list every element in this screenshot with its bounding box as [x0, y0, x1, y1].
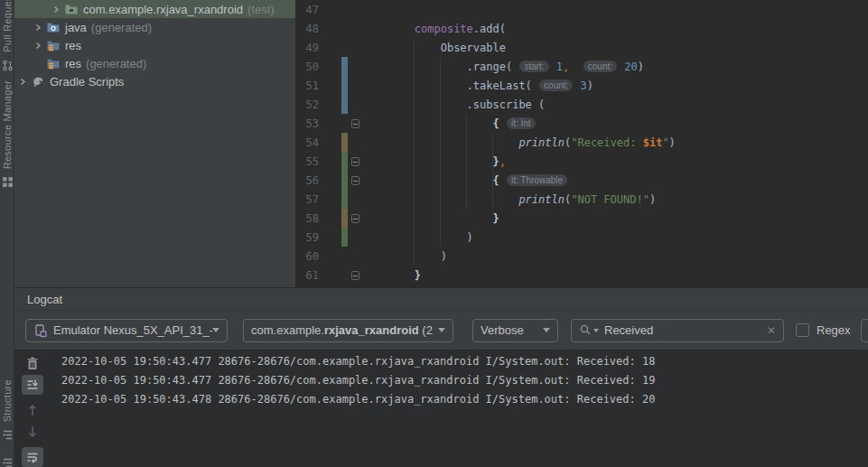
code-line-49[interactable]: 49 Observable — [295, 38, 868, 57]
search-icon — [579, 323, 592, 338]
log-line[interactable]: 2022-10-05 19:50:43.477 28676-28676/com.… — [61, 371, 655, 390]
scroll-to-end-button[interactable] — [22, 375, 43, 395]
tree-row-com-example-rxjava-rxandroid[interactable]: com.example.rxjava_rxandroid(test) — [14, 0, 295, 18]
fold-marker-icon[interactable] — [348, 214, 362, 223]
device-selector[interactable]: Emulator Nexus_5X_API_31_-. — [25, 319, 228, 342]
tool-stripe-button-pull-requests[interactable]: Pull Requests — [2, 0, 13, 52]
fold-marker-icon[interactable] — [348, 157, 362, 166]
inline-parameter-hint: count: — [539, 79, 573, 91]
code-line-47[interactable]: 47 — [295, 0, 868, 19]
code-line-56[interactable]: 56 { it: Throwable — [295, 171, 868, 190]
tree-item-label: com.example.rxjava_rxandroid — [83, 3, 243, 16]
device-icon — [33, 323, 48, 338]
code-text: println("NOT FOUND!") — [362, 193, 656, 206]
code-line-48[interactable]: 48 composite.add( — [295, 19, 868, 38]
logcat-toolbar: Emulator Nexus_5X_API_31_-. com.example.… — [14, 311, 868, 350]
code-line-53[interactable]: 53 { it: Int — [295, 114, 868, 133]
tree-row-res[interactable]: res — [14, 36, 295, 54]
line-number: 59 — [295, 231, 319, 244]
tree-row-gradle-scripts[interactable]: Gradle Scripts — [14, 72, 295, 90]
line-number: 49 — [295, 42, 319, 54]
line-number: 50 — [295, 61, 319, 73]
regex-checkbox[interactable] — [796, 323, 809, 337]
search-history-chevron-icon[interactable] — [593, 329, 599, 332]
left-tool-stripe: Pull RequestsResource ManagerStructure — [0, 0, 14, 467]
code-text: println("Received: $it") — [362, 136, 676, 149]
fold-marker-icon[interactable] — [348, 176, 362, 185]
line-number: 51 — [295, 79, 319, 92]
folder-test — [64, 2, 79, 16]
inline-parameter-hint: start: — [519, 61, 548, 72]
chevron-right-icon[interactable] — [32, 21, 44, 33]
chevron-right-icon[interactable] — [32, 39, 44, 51]
cutoff-toolbar-box[interactable] — [861, 319, 868, 342]
code-line-55[interactable]: 55 }, — [295, 152, 868, 171]
line-number: 60 — [295, 250, 319, 263]
code-line-52[interactable]: 52 .subscribe ( — [295, 95, 868, 114]
code-text: }, — [362, 155, 506, 168]
line-number: 47 — [295, 4, 319, 16]
chevron-right-icon[interactable] — [50, 3, 62, 15]
line-number: 56 — [295, 174, 319, 187]
gutter-change-bar-olive — [341, 209, 348, 228]
logcat-search-box[interactable]: ✕ — [571, 319, 784, 342]
chevron-down-icon — [212, 328, 219, 332]
chevron-right-icon[interactable] — [16, 75, 29, 88]
tree-indent-spacer — [32, 57, 44, 70]
package-prefix: com.example. — [251, 323, 324, 337]
tree-item-suffix: (generated) — [86, 57, 146, 70]
indent-guide — [466, 116, 467, 209]
line-number: 52 — [295, 98, 319, 111]
tree-row-res[interactable]: res(generated) — [14, 54, 295, 72]
indent-guide — [414, 40, 415, 266]
line-number: 55 — [295, 155, 319, 168]
package-selector[interactable]: com.example.rxjava_rxandroid (2 — [243, 319, 453, 342]
tool-stripe-partial-icon[interactable] — [2, 457, 14, 467]
tool-stripe-button-resource-manager[interactable]: Resource Manager — [2, 80, 13, 169]
fold-marker-icon[interactable] — [348, 119, 362, 128]
resource-manager-icon[interactable] — [2, 176, 14, 188]
line-number: 57 — [295, 193, 319, 206]
line-number: 54 — [295, 136, 319, 149]
code-line-60[interactable]: 60 ) — [295, 247, 868, 266]
pull-request-icon[interactable] — [2, 60, 14, 71]
code-line-58[interactable]: 58 } — [295, 209, 868, 228]
next-occurrence-button — [22, 422, 43, 442]
code-text: composite.add( — [362, 23, 506, 35]
log-line[interactable]: 2022-10-05 19:50:43.478 28676-28676/com.… — [61, 390, 655, 409]
gutter-change-bar-green — [341, 152, 348, 171]
fold-marker-icon[interactable] — [348, 271, 362, 280]
code-text: { it: Int — [362, 117, 537, 130]
structure-icon[interactable] — [2, 429, 14, 441]
code-line-59[interactable]: 59 ) — [295, 228, 868, 247]
android-studio-window: Pull RequestsResource ManagerStructure c… — [0, 0, 868, 467]
line-number: 53 — [295, 117, 319, 130]
close-icon[interactable]: ✕ — [767, 324, 776, 337]
gradle-icon — [31, 74, 45, 89]
soft-wrap-button[interactable] — [22, 447, 43, 467]
gutter-change-bar-empty — [341, 247, 348, 266]
code-editor[interactable]: 4748 composite.add(49 Observable50 .rang… — [295, 0, 868, 287]
clear-logcat-button[interactable] — [22, 353, 43, 373]
code-line-61[interactable]: 61 } — [295, 266, 868, 285]
gutter-change-bar-olive — [341, 133, 348, 152]
code-line-50[interactable]: 50 .range( start: 1, count: 20) — [295, 57, 868, 76]
line-number: 48 — [295, 23, 319, 35]
tree-row-java[interactable]: java(generated) — [14, 18, 295, 36]
log-line[interactable]: 2022-10-05 19:50:43.477 28676-28676/com.… — [61, 352, 655, 371]
logcat-log-lines: 2022-10-05 19:50:43.477 28676-28676/com.… — [51, 350, 655, 467]
code-text: } — [362, 212, 499, 225]
code-text: ) — [362, 250, 447, 263]
code-line-57[interactable]: 57 println("NOT FOUND!") — [295, 190, 868, 209]
search-input[interactable] — [604, 323, 763, 337]
gutter-change-bar-empty — [341, 38, 348, 57]
code-text: .takeLast( count: 3) — [362, 79, 593, 92]
gutter-change-bar-green — [341, 228, 348, 247]
gutter-change-bar-blue — [341, 57, 348, 76]
code-line-54[interactable]: 54 println("Received: $it") — [295, 133, 868, 152]
code-line-51[interactable]: 51 .takeLast( count: 3) — [295, 76, 868, 95]
tree-item-label: Gradle Scripts — [50, 75, 124, 89]
log-level-selector[interactable]: Verbose — [472, 319, 558, 342]
tool-stripe-button-structure[interactable]: Structure — [2, 379, 13, 422]
gutter-change-bar-empty — [341, 114, 348, 133]
